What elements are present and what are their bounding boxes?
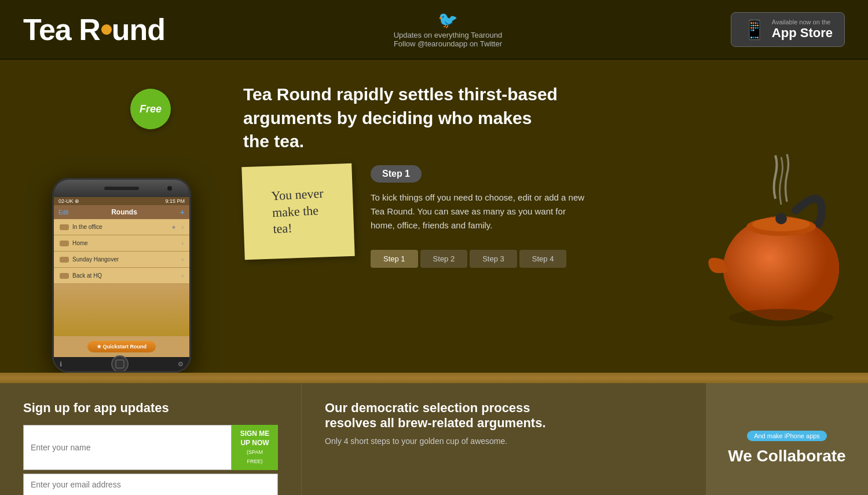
democratic-title: Our democratic selection process resolve… <box>325 401 556 431</box>
free-badge: Free <box>130 89 171 129</box>
sticky-note-text: You nevermake thetea! <box>271 185 325 237</box>
phone-body <box>54 284 189 336</box>
quickstart-button[interactable]: ★ Quickstart Round <box>87 341 156 352</box>
phone-statusbar: 02-UK ⊕ 9:15 PM <box>54 197 189 205</box>
kettle-image <box>706 152 868 338</box>
phone-navbar: Edit Rounds + <box>54 205 189 219</box>
tea-icon <box>60 273 69 279</box>
tab-step3[interactable]: Step 3 <box>470 250 517 268</box>
collaborate-area: And make iPhone apps We Collaborate <box>706 383 868 495</box>
signup-title: Sign up for app updates <box>23 401 278 416</box>
settings-icon: ⚙ <box>178 361 184 368</box>
phone-mockup: 02-UK ⊕ 9:15 PM Edit Rounds + In the off… <box>52 178 191 373</box>
logo-text: Tea Rund <box>23 12 165 47</box>
signup-area: Sign up for app updates SIGN MEUP NOW(SP… <box>0 383 301 495</box>
twitter-area: 🐦 Updates on everything Tearound Follow … <box>394 10 503 48</box>
tea-icon <box>60 257 69 263</box>
step-badge: Step 1 <box>371 165 422 183</box>
democratic-desc: Only 4 short steps to your golden cup of… <box>325 436 683 446</box>
hero-section: 02-UK ⊕ 9:15 PM Edit Rounds + In the off… <box>0 60 868 373</box>
signup-form: SIGN MEUP NOW(SPAM FREE) <box>23 425 278 495</box>
header: Tea Rund 🐦 Updates on everything Tearoun… <box>0 0 868 60</box>
twitter-tagline: Updates on everything Tearound <box>394 31 503 39</box>
hero-content: Tea Round rapidly settles thirst-based a… <box>220 60 868 373</box>
appstore-button[interactable]: 📱 Available now on the App Store <box>731 12 845 47</box>
iphone-badge: And make iPhone apps <box>747 431 827 441</box>
phone-list: In the office ★ › Home › Sunday Hangover… <box>54 219 189 284</box>
svg-point-5 <box>729 309 833 326</box>
shelf-divider <box>0 373 868 383</box>
tea-icon <box>60 241 69 246</box>
email-input[interactable] <box>23 474 278 495</box>
tea-icon <box>60 224 69 230</box>
phone-screen: 02-UK ⊕ 9:15 PM Edit Rounds + In the off… <box>54 197 189 357</box>
logo-area: Tea Rund <box>23 12 165 47</box>
sticky-note: You nevermake thetea! <box>241 163 354 260</box>
step-description: To kick things off you need to choose, e… <box>371 191 591 232</box>
signup-button[interactable]: SIGN MEUP NOW(SPAM FREE) <box>232 425 278 470</box>
phone-bottom-bar: ℹ ⚙ <box>54 357 189 371</box>
twitter-handle: Follow @tearoundapp on Twitter <box>394 39 503 48</box>
svg-point-4 <box>775 213 787 224</box>
logo-dot <box>101 24 112 35</box>
footer-section: Sign up for app updates SIGN MEUP NOW(SP… <box>0 383 868 495</box>
twitter-bird-icon: 🐦 <box>394 10 503 30</box>
home-button[interactable] <box>111 355 129 373</box>
name-input[interactable] <box>23 425 232 470</box>
phone-speaker <box>104 187 139 190</box>
collaborate-text: We Collaborate <box>728 447 845 465</box>
hero-headline: Tea Round rapidly settles thirst-based a… <box>243 83 562 154</box>
tab-step1[interactable]: Step 1 <box>371 250 418 268</box>
list-item: Sunday Hangover › <box>54 252 189 268</box>
info-icon: ℹ <box>60 361 62 368</box>
tab-step2[interactable]: Step 2 <box>420 250 468 268</box>
signup-row-email <box>23 474 278 495</box>
phone-area: 02-UK ⊕ 9:15 PM Edit Rounds + In the off… <box>0 60 220 373</box>
democratic-area: Our democratic selection process resolve… <box>301 383 706 495</box>
phone-quickstart: ★ Quickstart Round <box>54 336 189 357</box>
phone-camera <box>167 186 172 191</box>
kettle-area <box>706 152 868 338</box>
phone-icon: 📱 <box>743 19 766 41</box>
signup-row-name: SIGN MEUP NOW(SPAM FREE) <box>23 425 278 470</box>
home-button-inner <box>115 359 124 369</box>
phone-top <box>54 180 189 197</box>
list-item: Back at HQ › <box>54 268 189 284</box>
list-item: Home › <box>54 235 189 252</box>
tab-step4[interactable]: Step 4 <box>519 250 567 268</box>
list-item: In the office ★ › <box>54 219 189 235</box>
appstore-text: Available now on the App Store <box>772 19 833 41</box>
